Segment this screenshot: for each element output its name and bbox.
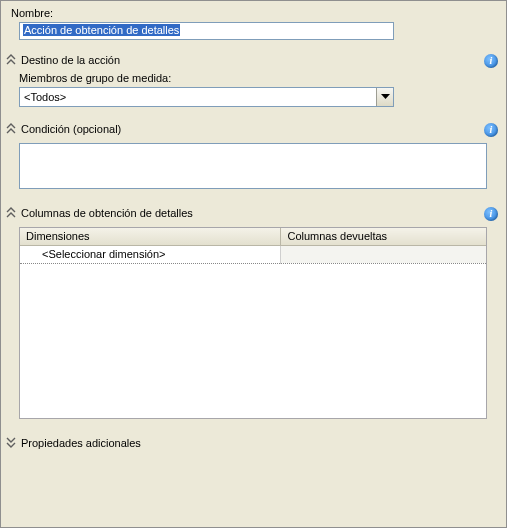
- cell-returned[interactable]: [281, 245, 486, 263]
- columns-grid: Dimensiones Columnas devueltas <Seleccio…: [19, 227, 487, 419]
- dropdown-button[interactable]: [376, 88, 393, 106]
- cell-dimension[interactable]: <Seleccionar dimensión>: [20, 245, 281, 263]
- section-body-destino: Miembros de grupo de medida: <Todos>: [1, 70, 506, 115]
- chevron-down-icon: [381, 94, 390, 100]
- collapse-icon: [6, 54, 16, 66]
- name-input-value: Acción de obtención de detalles: [23, 24, 180, 36]
- info-icon[interactable]: [484, 123, 498, 137]
- col-header-dimensiones[interactable]: Dimensiones: [20, 228, 281, 245]
- info-icon[interactable]: [484, 207, 498, 221]
- collapse-icon: [6, 207, 16, 219]
- table-header-row: Dimensiones Columnas devueltas: [20, 228, 486, 245]
- section-title-columnas: Columnas de obtención de detalles: [21, 207, 193, 219]
- name-input[interactable]: Acción de obtención de detalles: [19, 22, 394, 40]
- col-header-devueltas[interactable]: Columnas devueltas: [281, 228, 486, 245]
- condicion-textarea[interactable]: [19, 143, 487, 189]
- section-title-destino: Destino de la acción: [21, 54, 120, 66]
- action-dialog: Nombre: Acción de obtención de detalles …: [0, 0, 507, 528]
- section-header-columnas[interactable]: Columnas de obtención de detalles: [1, 203, 506, 223]
- section-title-condicion: Condición (opcional): [21, 123, 121, 135]
- section-body-condicion: [1, 139, 506, 199]
- section-header-destino[interactable]: Destino de la acción: [1, 50, 506, 70]
- name-section: Nombre: Acción de obtención de detalles: [1, 1, 506, 40]
- section-header-propiedades[interactable]: Propiedades adicionales: [1, 433, 506, 453]
- miembros-label: Miembros de grupo de medida:: [19, 72, 496, 84]
- section-title-propiedades: Propiedades adicionales: [21, 437, 141, 449]
- info-icon[interactable]: [484, 54, 498, 68]
- section-header-condicion[interactable]: Condición (opcional): [1, 119, 506, 139]
- miembros-combo-value: <Todos>: [20, 91, 376, 103]
- columns-table: Dimensiones Columnas devueltas <Seleccio…: [20, 228, 486, 264]
- table-row[interactable]: <Seleccionar dimensión>: [20, 245, 486, 263]
- collapse-icon: [6, 123, 16, 135]
- expand-icon: [6, 437, 16, 449]
- name-label: Nombre:: [11, 7, 496, 19]
- miembros-combo[interactable]: <Todos>: [19, 87, 394, 107]
- section-body-columnas: Dimensiones Columnas devueltas <Seleccio…: [1, 223, 506, 427]
